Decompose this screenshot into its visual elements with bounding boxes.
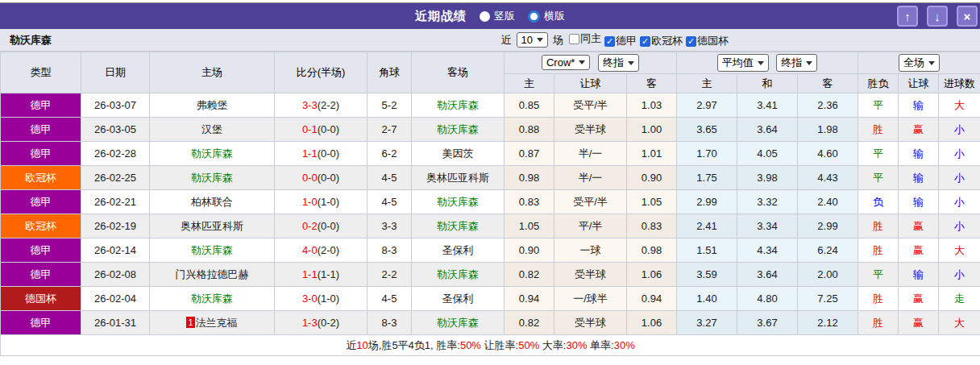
summary-row: 近10场,胜5平4负1, 胜率:50% 让胜率:50% 大率:30% 单率:30… xyxy=(1,335,980,356)
home-team-name: 奥林匹亚科斯 xyxy=(181,220,243,232)
arrow-down-icon: ↓ xyxy=(934,10,941,23)
result-handicap-cell: 输 xyxy=(899,190,939,214)
halftime-score: (0-0) xyxy=(318,172,339,184)
result-goals-cell: 小 xyxy=(939,142,980,166)
col-header-corner: 角球 xyxy=(368,52,412,93)
league-cell: 德甲 xyxy=(1,311,81,335)
odds-handicap-cell: 平/半 xyxy=(554,214,627,238)
result-goals-cell: 大 xyxy=(939,93,980,118)
subcol-avg-draw: 和 xyxy=(737,74,798,93)
match-row: 德甲26-01-311法兰克福1-3(0-2)8-3勒沃库森0.82受半球1.0… xyxy=(1,311,980,335)
avg-draw-cell: 3.41 xyxy=(737,93,798,118)
avg-home-cell: 3.65 xyxy=(677,118,737,142)
filter-checkbox-label: 欧冠杯 xyxy=(651,34,683,48)
away-team-cell: 圣保利 xyxy=(412,238,505,263)
move-up-button[interactable]: ↑ xyxy=(897,6,918,27)
chevron-down-icon xyxy=(537,38,543,42)
odds-handicap-cell: 受半球 xyxy=(554,263,627,287)
result-goals-cell: 大 xyxy=(939,311,980,335)
away-team-name: 勒沃库森 xyxy=(437,220,479,232)
away-team-name: 勒沃库森 xyxy=(437,123,479,135)
result-goals-cell: 小 xyxy=(939,263,980,287)
date-cell: 26-02-08 xyxy=(81,263,150,287)
col-header-date: 日期 xyxy=(81,52,150,93)
avg-home-cell: 3.27 xyxy=(677,311,737,335)
col-header-home: 主场 xyxy=(150,52,275,93)
results-table: 类型 日期 主场 比分(半场) 角球 客场 Crow* 终指 平均值 xyxy=(0,52,980,356)
filter-checkbox-同主[interactable]: 同主 xyxy=(569,31,601,46)
score-cell: 1-3(0-2) xyxy=(275,311,368,335)
away-team-name: 圣保利 xyxy=(442,292,474,305)
scope-select-value: 全场 xyxy=(903,56,924,70)
avg-draw-cell: 3.67 xyxy=(737,311,798,335)
avg-home-cell: 1.40 xyxy=(677,287,737,311)
close-button[interactable]: × xyxy=(957,6,978,27)
date-cell: 26-02-04 xyxy=(81,287,150,311)
odds-home-cell: 0.85 xyxy=(505,93,554,118)
avg-home-cell: 1.70 xyxy=(677,142,737,166)
avg-draw-cell: 3.64 xyxy=(737,263,798,287)
chevron-down-icon xyxy=(579,60,585,64)
away-team-cell: 勒沃库森 xyxy=(412,263,505,287)
avg-home-cell: 1.51 xyxy=(677,238,737,263)
league-cell: 德甲 xyxy=(1,142,81,166)
match-row: 德甲26-02-21柏林联合1-0(1-0)4-5勒沃库森0.83受平/半1.0… xyxy=(1,190,980,214)
fulltime-score: 0-0 xyxy=(302,172,318,184)
odds-stage-select-1-value: 终指 xyxy=(603,56,624,70)
recent-count-select[interactable]: 10 xyxy=(517,32,548,48)
fulltime-score: 4-0 xyxy=(302,244,318,256)
layout-option-horizontal[interactable]: 横版 xyxy=(528,9,565,23)
average-group-header: 平均值 终指 xyxy=(677,52,858,74)
odds-stage-select-1[interactable]: 终指 xyxy=(598,54,639,72)
league-cell: 德甲 xyxy=(1,263,81,287)
scope-select[interactable]: 全场 xyxy=(899,54,940,72)
avg-away-cell: 7.25 xyxy=(798,287,858,311)
avg-draw-cell: 3.64 xyxy=(737,118,798,142)
halftime-score: (1-0) xyxy=(318,196,339,208)
away-team-cell: 美因茨 xyxy=(412,142,505,166)
halftime-score: (0-0) xyxy=(318,123,339,135)
average-select-value: 平均值 xyxy=(722,56,754,70)
filter-checkbox-欧冠杯[interactable]: ✓欧冠杯 xyxy=(640,34,683,48)
filter-checkbox-德国杯[interactable]: ✓德国杯 xyxy=(686,34,729,48)
summary-stat-value: 30% xyxy=(614,339,635,351)
score-cell: 3-0(1-0) xyxy=(275,287,368,311)
corner-cell: 3-3 xyxy=(368,214,412,238)
average-select[interactable]: 平均值 xyxy=(717,54,769,72)
away-team-cell: 勒沃库森 xyxy=(412,214,505,238)
home-team-cell: 柏林联合 xyxy=(150,190,275,214)
avg-draw-cell: 3.34 xyxy=(737,214,798,238)
odds-stage-select-2[interactable]: 终指 xyxy=(776,54,817,72)
fulltime-score: 3-0 xyxy=(302,292,318,305)
result-goals-cell: 小 xyxy=(939,190,980,214)
score-cell: 0-1(0-0) xyxy=(275,118,368,142)
avg-draw-cell: 3.98 xyxy=(737,166,798,190)
summary-text: 让胜率: xyxy=(481,339,518,351)
home-team-cell: 门兴格拉德巴赫 xyxy=(150,263,275,287)
result-wdl-cell: 胜 xyxy=(858,118,899,142)
league-cell: 德甲 xyxy=(1,190,81,214)
away-team-name: 圣保利 xyxy=(442,244,474,256)
titlebar-buttons: ↑ ↓ × xyxy=(897,6,978,27)
avg-away-cell: 4.60 xyxy=(798,142,858,166)
arrow-up-icon: ↑ xyxy=(904,10,911,23)
league-cell: 欧冠杯 xyxy=(1,166,81,190)
halftime-score: (0-0) xyxy=(318,220,339,232)
odds-away-cell: 0.83 xyxy=(627,214,677,238)
result-handicap-cell: 输 xyxy=(899,93,939,118)
layout-option-vertical[interactable]: 竖版 xyxy=(480,9,515,23)
table-header: 类型 日期 主场 比分(半场) 角球 客场 Crow* 终指 平均值 xyxy=(1,52,980,93)
bookmaker-select[interactable]: Crow* xyxy=(542,55,590,70)
home-team-name: 勒沃库森 xyxy=(191,244,233,256)
avg-away-cell: 2.12 xyxy=(798,311,858,335)
corner-cell: 6-2 xyxy=(368,142,412,166)
move-down-button[interactable]: ↓ xyxy=(927,6,948,27)
checkbox-checked-icon: ✓ xyxy=(604,36,615,47)
filter-checkbox-label: 德甲 xyxy=(616,34,637,48)
date-cell: 26-02-14 xyxy=(81,238,150,263)
league-filter-checkboxes: 同主✓德甲✓欧冠杯✓德国杯 xyxy=(566,31,729,48)
summary-stat-value: 10 xyxy=(356,339,368,351)
result-wdl-cell: 负 xyxy=(858,190,899,214)
filter-checkbox-德甲[interactable]: ✓德甲 xyxy=(604,34,637,48)
odds-home-cell: 0.94 xyxy=(505,287,554,311)
